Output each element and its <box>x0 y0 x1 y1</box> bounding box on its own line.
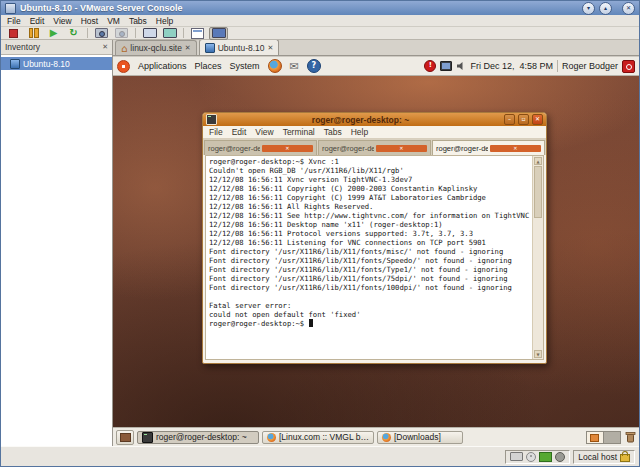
vmware-server-console-window: Ubuntu-8.10 - VMware Server Console ▾ ▴ … <box>0 0 640 467</box>
scroll-down-icon[interactable]: ▼ <box>534 350 542 358</box>
workspace-1[interactable] <box>587 432 603 443</box>
terminal-scrollbar[interactable]: ▲ ▼ <box>532 156 543 359</box>
show-desktop-button[interactable] <box>116 430 134 445</box>
vmware-toolbar: ▶ ↻ <box>1 27 639 40</box>
trash-icon[interactable] <box>625 431 636 443</box>
tmenu-terminal[interactable]: Terminal <box>283 127 315 137</box>
tab-close-icon[interactable]: ✕ <box>185 44 191 52</box>
terminal-icon <box>142 432 153 443</box>
terminal-titlebar[interactable]: roger@roger-desktop: ~ – ▫ ✕ <box>203 113 546 126</box>
mail-icon[interactable]: ✉ <box>290 61 299 72</box>
update-notifier-icon[interactable]: ! <box>424 60 436 72</box>
terminal-line: 12/12/08 16:56:11 Protocol versions supp… <box>209 229 532 238</box>
power-off-button[interactable] <box>5 28 22 39</box>
menu-edit[interactable]: Edit <box>30 16 45 26</box>
tab-close-icon[interactable]: ✕ <box>268 44 274 52</box>
harddisk-icon[interactable] <box>510 452 523 461</box>
tab-close-icon[interactable]: ✕ <box>376 145 428 152</box>
menu-system[interactable]: System <box>230 61 260 71</box>
suspend-button[interactable] <box>25 28 42 39</box>
tmenu-file[interactable]: File <box>209 127 223 137</box>
cdrom-icon[interactable] <box>526 452 536 462</box>
display-icon[interactable] <box>440 61 452 71</box>
vmware-logo-icon <box>5 3 16 14</box>
quickswitch-button[interactable] <box>161 28 178 39</box>
menu-applications[interactable]: Applications <box>138 61 187 71</box>
tab-ubuntu-vm[interactable]: Ubuntu-8.10 ✕ <box>199 40 280 55</box>
vm-icon <box>10 59 20 69</box>
tab-close-icon[interactable]: ✕ <box>490 145 542 152</box>
workspace-2[interactable] <box>603 432 620 443</box>
tmenu-view[interactable]: View <box>255 127 273 137</box>
terminal-window[interactable]: roger@roger-desktop: ~ – ▫ ✕ File Edit V… <box>202 112 547 364</box>
terminal-body[interactable]: roger@roger-desktop:~$ Xvnc :1 Couldn't … <box>205 155 544 360</box>
terminal-tab-label: roger@roger-desktop: /etc/... <box>322 144 374 153</box>
taskbar-window-firefox[interactable]: [Linux.com :: VMGL br... <box>262 431 374 444</box>
revert-snapshot-button[interactable] <box>113 28 130 39</box>
maximize-button[interactable]: ▴ <box>599 2 612 15</box>
power-on-button[interactable]: ▶ <box>45 28 62 39</box>
terminal-line: Font directory '/usr/X11R6/lib/X11/fonts… <box>209 265 532 274</box>
play-icon: ▶ <box>50 28 58 38</box>
terminal-line: 12/12/08 16:56:11 See http://www.tightvn… <box>209 211 532 220</box>
gnome-taskbar: roger@roger-desktop: ~ [Linux.com :: VMG… <box>113 427 639 446</box>
menu-host[interactable]: Host <box>81 16 98 26</box>
gnome-top-panel: Applications Places System ✉ ? ! Fri Dec… <box>113 57 639 76</box>
workspace-switcher <box>586 431 621 444</box>
menu-tabs[interactable]: Tabs <box>129 16 147 26</box>
tab-host[interactable]: ⌂ linux-qclu.site ✕ <box>115 40 197 55</box>
taskbar-window-terminal[interactable]: roger@roger-desktop: ~ <box>137 431 259 444</box>
terminal-close-button[interactable]: ✕ <box>532 114 543 125</box>
console-view-button[interactable] <box>209 27 228 40</box>
menu-file[interactable]: File <box>7 16 21 26</box>
inventory-close-icon[interactable]: ✕ <box>102 43 108 51</box>
terminal-tab-usr[interactable]: roger@roger-desktop: /usr/... ✕ <box>204 140 317 155</box>
summary-view-button[interactable] <box>189 28 206 39</box>
sound-device-icon[interactable] <box>555 452 565 462</box>
tmenu-tabs[interactable]: Tabs <box>324 127 342 137</box>
toolbar-separator <box>135 28 136 38</box>
clock-applet[interactable]: Fri Dec 12, 4:58 PM <box>470 61 553 71</box>
taskbar-label: roger@roger-desktop: ~ <box>156 432 247 442</box>
home-icon: ⌂ <box>121 44 127 53</box>
volume-icon[interactable] <box>456 61 466 71</box>
menu-view[interactable]: View <box>53 16 71 26</box>
inventory-title: Inventory <box>5 42 40 52</box>
window-title: Ubuntu-8.10 - VMware Server Console <box>20 3 578 13</box>
firefox-icon[interactable] <box>268 59 282 73</box>
terminal-output: roger@roger-desktop:~$ Xvnc :1 Couldn't … <box>209 157 532 358</box>
terminal-tab-etc[interactable]: roger@roger-desktop: /etc/... ✕ <box>318 140 431 155</box>
taskbar-window-downloads[interactable]: [Downloads] <box>377 431 463 444</box>
terminal-prompt-line: roger@roger-desktop:~$ <box>209 319 532 328</box>
firefox-icon <box>382 433 391 442</box>
menu-places[interactable]: Places <box>195 61 222 71</box>
quickswitch-icon <box>163 28 177 38</box>
tmenu-edit[interactable]: Edit <box>232 127 247 137</box>
minimize-button[interactable]: ▾ <box>582 2 595 15</box>
pause-icon <box>29 28 39 38</box>
tab-close-icon[interactable]: ✕ <box>262 145 314 152</box>
inventory-item-ubuntu[interactable]: Ubuntu-8.10 <box>1 57 112 70</box>
network-adapter-icon[interactable] <box>539 452 552 462</box>
snapshot-button[interactable] <box>93 28 110 39</box>
user-switcher[interactable]: Roger Bodger <box>562 61 618 71</box>
fullscreen-button[interactable] <box>141 28 158 39</box>
close-button[interactable]: ✕ <box>622 2 635 15</box>
terminal-maximize-button[interactable]: ▫ <box>518 114 529 125</box>
help-icon[interactable]: ? <box>307 59 321 73</box>
reset-button[interactable]: ↻ <box>65 28 82 39</box>
guest-screen[interactable]: Applications Places System ✉ ? ! Fri Dec… <box>113 57 639 446</box>
menu-vm[interactable]: VM <box>107 16 120 26</box>
snapshot-icon <box>95 28 108 38</box>
logout-icon[interactable] <box>622 60 635 73</box>
terminal-minimize-button[interactable]: – <box>504 114 515 125</box>
scrollbar-thumb[interactable] <box>534 166 542 218</box>
panel-tray: ! Fri Dec 12, 4:58 PM Roger Bodger <box>424 60 635 73</box>
tmenu-help[interactable]: Help <box>351 127 368 137</box>
ubuntu-logo-icon[interactable] <box>117 60 130 73</box>
terminal-tab-home[interactable]: roger@roger-desktop: ~ ✕ <box>432 140 545 155</box>
scroll-up-icon[interactable]: ▲ <box>534 157 542 165</box>
terminal-line: could not open default font 'fixed' <box>209 310 532 319</box>
menu-help[interactable]: Help <box>156 16 173 26</box>
terminal-tab-label: roger@roger-desktop: /usr/... <box>208 144 260 153</box>
